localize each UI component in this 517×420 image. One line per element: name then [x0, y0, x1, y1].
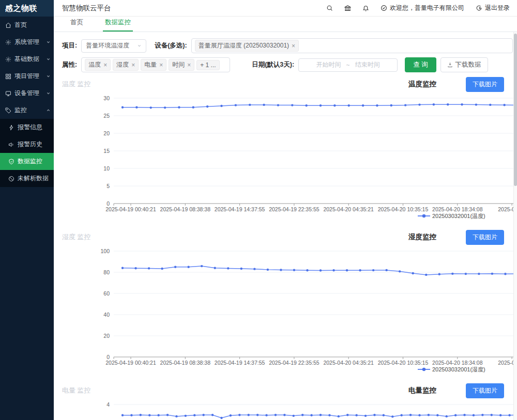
remove-tag-icon[interactable]: × — [159, 62, 163, 68]
temperature-chart-section: 温度 监控 温度监控 下载图片 3025201510502025-04-19 0… — [62, 76, 517, 222]
filter-row-1: 项目: 普量环境温湿度 设备(多选): 普量展厅温湿度 (20250303200… — [62, 38, 517, 53]
speaker-icon — [8, 142, 14, 148]
device-multiselect[interactable]: 普量展厅温湿度 (202503032001)× — [191, 38, 513, 53]
date-label: 日期(默认3天): — [252, 60, 294, 69]
svg-text:40: 40 — [103, 312, 110, 318]
download-image-button[interactable]: 下载图片 — [466, 383, 504, 398]
bell-icon[interactable] — [362, 5, 369, 11]
user-circle-icon — [381, 5, 387, 11]
sidebar-item-unparsed-data[interactable]: 未解析数据 — [0, 170, 54, 187]
scrollbar-thumb[interactable] — [514, 34, 517, 186]
query-button[interactable]: 查 询 — [405, 57, 436, 72]
tab-home[interactable]: 首页 — [68, 14, 85, 32]
device-label: 设备(多选): — [155, 41, 187, 50]
sidebar-item-data-monitoring[interactable]: 数据监控 — [0, 153, 54, 170]
monitor-icon — [5, 90, 11, 97]
svg-text:60: 60 — [103, 290, 110, 297]
bolt-icon — [8, 125, 14, 131]
svg-text:30: 30 — [103, 95, 110, 101]
chevron-down-icon — [46, 40, 51, 44]
remove-tag-icon[interactable]: × — [131, 62, 135, 68]
download-data-button[interactable]: 下载数据 — [440, 57, 488, 72]
section-label-temperature: 温度 监控 — [62, 80, 408, 89]
vertical-scrollbar[interactable] — [513, 32, 517, 420]
attribute-multiselect[interactable]: 温度×湿度×电量×时间×+ 1 ... — [81, 57, 230, 72]
remove-tag-icon[interactable]: × — [187, 62, 191, 68]
device-tag: 普量展厅温湿度 (202503032001)× — [195, 40, 299, 52]
attribute-tag: 温度× — [85, 59, 111, 71]
battery-chart[interactable]: 43 — [62, 398, 517, 420]
attribute-tag: 湿度× — [113, 59, 139, 71]
shield-check-icon — [8, 159, 14, 165]
filter-row-2: 属性: 温度×湿度×电量×时间×+ 1 ... 日期(默认3天): 开始时间 ~… — [62, 57, 517, 72]
sidebar-item-system-management[interactable]: 系统管理 — [0, 34, 54, 51]
svg-text:2025-04-19 22:35:55: 2025-04-19 22:35:55 — [269, 360, 320, 366]
gear-icon — [5, 39, 11, 45]
battery-chart-section: 电量 监控 电量监控 下载图片 43 — [62, 383, 517, 420]
svg-text:5: 5 — [107, 183, 110, 189]
attribute-tag: 时间× — [169, 59, 194, 71]
svg-text:2025-04-20 04:35:21: 2025-04-20 04:35:21 — [323, 206, 374, 212]
svg-text:2025-04-19 14:37:55: 2025-04-19 14:37:55 — [215, 206, 265, 212]
svg-text:2025-04-20 04:35:21: 2025-04-20 04:35:21 — [323, 360, 374, 366]
download-image-button[interactable]: 下载图片 — [466, 230, 504, 245]
gear-icon — [5, 56, 11, 63]
sidebar-item-basic-data[interactable]: 基础数据 — [0, 51, 54, 68]
svg-text:80: 80 — [103, 269, 110, 275]
date-separator: ~ — [346, 61, 350, 69]
svg-text:2025-04-19 00:40:21: 2025-04-19 00:40:21 — [105, 360, 156, 366]
svg-text:2025-04-20 10:35:15: 2025-04-20 10:35:15 — [378, 360, 429, 366]
logout-button[interactable]: 退出登录 — [476, 4, 510, 12]
sidebar-item-home[interactable]: 首页 — [0, 17, 54, 34]
sidebar-item-monitoring[interactable]: 监控 — [0, 102, 54, 119]
welcome-text: 欢迎您，普量电子有限公司 — [390, 4, 464, 12]
attribute-tag: 电量× — [141, 59, 166, 71]
remove-tag-icon[interactable]: × — [292, 43, 295, 49]
welcome-account[interactable]: 欢迎您，普量电子有限公司 — [381, 4, 464, 12]
section-label-humidity: 湿度 监控 — [62, 232, 408, 242]
temperature-chart[interactable]: 3025201510502025-04-19 00:40:212025-04-1… — [62, 92, 517, 222]
chart-title-battery: 电量监控 — [408, 386, 436, 395]
chevron-down-icon — [46, 91, 51, 96]
remove-tag-icon[interactable]: × — [103, 62, 107, 68]
home-icon — [5, 22, 11, 28]
app-root: 感之物联 首页 系统管理 基础数据 项目管理 设备管理 监控 — [0, 0, 517, 420]
humidity-chart[interactable]: 1008060402002025-04-19 00:40:212025-04-1… — [62, 245, 517, 376]
date-range-input[interactable]: 开始时间 ~ 结束时间 — [298, 58, 398, 72]
svg-text:20: 20 — [103, 333, 110, 339]
tab-data-monitoring[interactable]: 数据监控 — [103, 14, 133, 32]
project-select[interactable]: 普量环境温湿度 — [81, 39, 146, 53]
sidebar: 感之物联 首页 系统管理 基础数据 项目管理 设备管理 监控 — [0, 0, 54, 420]
logout-icon — [476, 5, 482, 11]
svg-text:2025-04-20 18:34:08: 2025-04-20 18:34:08 — [432, 206, 483, 212]
chevron-down-icon — [46, 57, 51, 61]
sidebar-item-alarm-info[interactable]: 报警信息 — [0, 119, 54, 136]
svg-text:100: 100 — [100, 248, 110, 254]
humidity-chart-section: 湿度 监控 湿度监控 下载图片 1008060402002025-04-19 0… — [62, 229, 517, 376]
download-image-button[interactable]: 下载图片 — [466, 77, 504, 92]
sidebar-item-project-management[interactable]: 项目管理 — [0, 68, 54, 85]
svg-text:20: 20 — [103, 130, 110, 136]
svg-text:2025-04-20 10:35:15: 2025-04-20 10:35:15 — [378, 206, 429, 212]
download-icon — [447, 62, 453, 68]
tabbar: 首页 数据监控 — [54, 17, 517, 32]
svg-text:202503032001(湿度): 202503032001(湿度) — [432, 366, 485, 372]
date-end-placeholder: 结束时间 — [355, 60, 380, 69]
chevron-up-icon — [46, 108, 51, 113]
svg-text:2025-04-19 08:38:38: 2025-04-19 08:38:38 — [160, 206, 211, 212]
tag-icon — [5, 107, 11, 114]
svg-text:2025-04-19 22:35:55: 2025-04-19 22:35:55 — [269, 206, 320, 212]
content: 项目: 普量环境温湿度 设备(多选): 普量展厅温湿度 (20250303200… — [54, 32, 517, 420]
chart-title-humidity: 湿度监控 — [408, 232, 436, 242]
sidebar-item-alarm-history[interactable]: 报警历史 — [0, 136, 54, 153]
section-label-battery: 电量 监控 — [62, 386, 408, 395]
sidebar-item-device-management[interactable]: 设备管理 — [0, 85, 54, 102]
monitoring-submenu: 报警信息 报警历史 数据监控 未解析数据 — [0, 119, 54, 187]
attribute-more-tag[interactable]: + 1 ... — [196, 60, 219, 70]
search-icon[interactable] — [326, 5, 333, 11]
svg-text:25: 25 — [103, 113, 110, 119]
svg-text:2025-04-19 00:40:21: 2025-04-19 00:40:21 — [105, 206, 156, 212]
bank-icon[interactable] — [344, 5, 351, 11]
chevron-down-icon — [46, 74, 51, 79]
svg-text:0: 0 — [107, 354, 110, 360]
